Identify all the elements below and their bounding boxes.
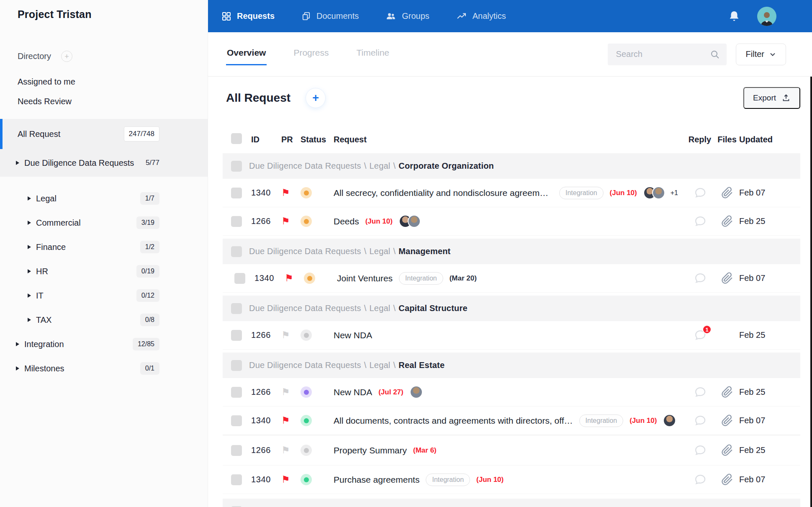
people-icon	[385, 11, 396, 21]
upload-icon	[781, 93, 791, 103]
reply-button[interactable]	[685, 473, 715, 486]
sidebar-item-milestones[interactable]: Milestones0/1	[0, 356, 208, 381]
scrollbar[interactable]	[810, 77, 812, 507]
priority-flag-icon[interactable]: ⚑	[281, 188, 301, 198]
due-date: (Jun 10)	[476, 476, 504, 484]
reply-button[interactable]	[685, 414, 715, 427]
user-avatar[interactable]	[757, 7, 776, 26]
table-body: Due Diligence Data Requests\Legal\Corpor…	[223, 153, 800, 507]
sidebar-item-finance[interactable]: Finance1/2	[0, 235, 208, 259]
request-id: 1340	[254, 273, 285, 283]
add-directory-button[interactable]: +	[61, 51, 72, 62]
export-button[interactable]: Export	[743, 87, 800, 109]
updated-date: Feb 25	[739, 216, 800, 226]
reply-button[interactable]	[685, 272, 715, 285]
filter-button[interactable]: Filter	[736, 44, 786, 65]
tab-overview[interactable]: Overview	[226, 48, 267, 65]
reply-button[interactable]	[685, 386, 715, 399]
attachment-button[interactable]	[715, 215, 739, 227]
priority-flag-icon[interactable]: ⚑	[281, 475, 301, 484]
chevron-down-icon	[769, 51, 776, 58]
attachment-button[interactable]	[715, 474, 739, 486]
sidebar-item-legal[interactable]: Legal1/7	[0, 186, 208, 211]
view-tabs: OverviewProgressTimeline	[226, 48, 390, 65]
group-checkbox[interactable]	[231, 161, 242, 172]
nav-groups[interactable]: Groups	[385, 11, 429, 21]
request-row[interactable]: 1340⚑All documents, contracts and agreem…	[223, 407, 800, 435]
group-checkbox[interactable]	[231, 303, 242, 314]
attachment-button[interactable]	[715, 444, 739, 456]
updated-date: Feb 25	[739, 330, 800, 340]
attachment-button[interactable]	[715, 414, 739, 427]
add-request-button[interactable]: +	[306, 88, 326, 108]
main-content: All Request + Export ID PR Status Reques…	[208, 77, 812, 507]
request-row[interactable]: 1266⚑New NDA1Feb 25	[223, 321, 800, 350]
row-checkbox[interactable]	[234, 273, 245, 284]
request-row[interactable]: 1266⚑Deeds(Jun 10)Feb 25	[223, 207, 800, 236]
row-checkbox[interactable]	[231, 387, 242, 398]
sidebar-item-tax[interactable]: TAX0/8	[0, 308, 208, 332]
tab-timeline[interactable]: Timeline	[355, 48, 390, 65]
sidebar-item-hr[interactable]: HR0/19	[0, 259, 208, 283]
priority-flag-icon[interactable]: ⚑	[281, 387, 301, 397]
priority-flag-icon[interactable]: ⚑	[281, 445, 301, 455]
request-row[interactable]: 1340⚑Joint VenturesIntegration(Mar 20)Fe…	[223, 264, 800, 293]
sidebar: Project Tristan Directory + Assigned to …	[0, 0, 208, 507]
assignee-avatars	[663, 414, 676, 427]
count-badge: 0/12	[136, 289, 159, 302]
status-dot	[301, 216, 312, 227]
row-checkbox[interactable]	[231, 216, 242, 227]
search-input[interactable]	[608, 44, 727, 65]
select-all-checkbox[interactable]	[231, 133, 242, 144]
group-checkbox[interactable]	[231, 360, 242, 371]
group-header-row: Due Diligence Data Requests\Commercial\C…	[223, 499, 800, 507]
status-dot	[301, 329, 312, 341]
tab-progress[interactable]: Progress	[293, 48, 329, 65]
sidebar-item-assigned-to-me[interactable]: Assigned to me	[0, 72, 208, 92]
priority-flag-icon[interactable]: ⚑	[281, 330, 301, 340]
priority-flag-icon[interactable]: ⚑	[281, 416, 301, 425]
sidebar-item-due-diligence-data-requests[interactable]: Due Diligence Data Requests5/77	[0, 149, 208, 177]
sidebar-item-it[interactable]: IT0/12	[0, 283, 208, 308]
reply-button[interactable]: 1	[685, 329, 715, 342]
sidebar-item-commercial[interactable]: Commercial3/19	[0, 211, 208, 235]
attachment-button[interactable]	[715, 272, 739, 284]
nav-requests[interactable]: Requests	[221, 11, 275, 21]
row-checkbox[interactable]	[231, 330, 242, 341]
attachment-button[interactable]	[715, 386, 739, 398]
row-checkbox[interactable]	[231, 188, 242, 198]
col-files: Files	[715, 135, 739, 144]
reply-button[interactable]	[685, 186, 715, 199]
reply-button[interactable]	[685, 215, 715, 228]
request-row[interactable]: 1340⚑All secrecy, confidentiality and no…	[223, 179, 800, 207]
assignee-avatars	[410, 386, 423, 399]
reply-button[interactable]	[685, 444, 715, 457]
expand-arrow-icon	[28, 196, 31, 201]
sidebar-item-needs-review[interactable]: Needs Review	[0, 92, 208, 111]
sidebar-item-integration[interactable]: Integration12/85	[0, 332, 208, 356]
request-row[interactable]: 1266⚑New NDA(Jul 27)Feb 25	[223, 378, 800, 407]
priority-flag-icon[interactable]: ⚑	[285, 273, 304, 283]
request-id: 1266	[251, 445, 281, 455]
row-checkbox[interactable]	[231, 474, 242, 485]
col-pr: PR	[281, 135, 301, 144]
due-date: (Jun 10)	[365, 217, 393, 226]
sidebar-item-all-request[interactable]: All Request247/748	[0, 119, 208, 149]
group-header-row: Due Diligence Data Requests\Legal\Capita…	[223, 296, 800, 321]
request-title: All documents, contracts and agreements …	[334, 416, 573, 426]
row-checkbox[interactable]	[231, 445, 242, 456]
status-dot	[301, 445, 312, 456]
row-checkbox[interactable]	[231, 415, 242, 426]
nav-analytics[interactable]: Analytics	[456, 11, 506, 21]
nav-documents[interactable]: Documents	[301, 11, 359, 21]
request-row[interactable]: 1340⚑Purchase agreementsIntegration(Jun …	[223, 466, 800, 494]
request-id: 1340	[251, 416, 281, 425]
request-row[interactable]: 1266⚑Property Summary(Mar 6)Feb 25	[223, 435, 800, 466]
group-header-row: Due Diligence Data Requests\Legal\Manage…	[223, 239, 800, 264]
updated-date: Feb 07	[739, 188, 800, 198]
group-checkbox[interactable]	[231, 246, 242, 257]
attachment-button[interactable]	[715, 187, 739, 199]
notifications-bell-icon[interactable]	[729, 10, 740, 23]
due-date: (Mar 6)	[413, 446, 437, 455]
priority-flag-icon[interactable]: ⚑	[281, 216, 301, 226]
